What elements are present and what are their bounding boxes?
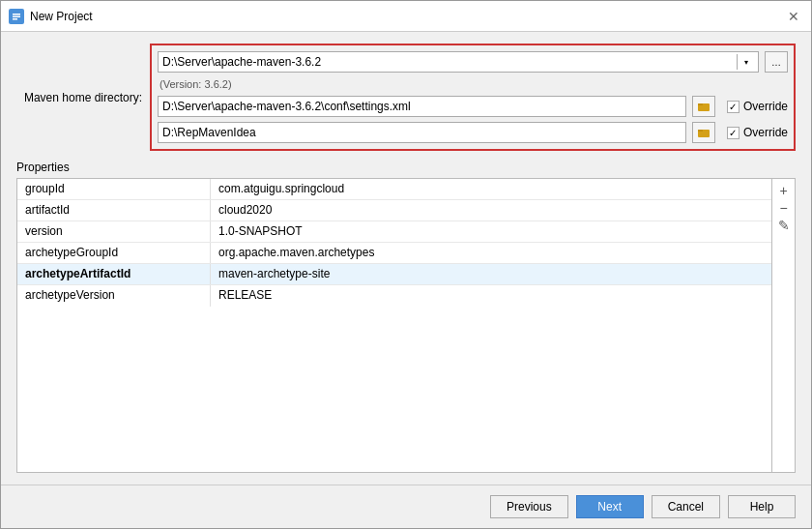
prop-key: groupId [17,179,211,199]
svg-rect-3 [13,18,17,20]
local-repo-row: Override [158,122,788,143]
settings-browse-button[interactable] [692,96,715,117]
prop-key: version [17,221,211,242]
next-button[interactable]: Next [576,495,644,518]
add-property-button[interactable]: + [776,183,792,198]
title-bar: New Project ✕ [1,1,811,32]
maven-home-row: Maven home directory: D:\Server\apache-m… [16,44,796,151]
new-project-dialog: New Project ✕ Maven home directory: D:\S… [0,0,812,529]
svg-rect-2 [13,15,20,17]
prop-value: cloud2020 [211,200,771,220]
svg-rect-5 [698,103,703,105]
repo-browse-button[interactable] [692,122,715,143]
close-button[interactable]: ✕ [784,7,803,26]
prop-key: archetypeGroupId [17,243,211,263]
svg-rect-7 [698,130,703,132]
prop-value: maven-archetype-site [211,264,771,284]
maven-label: Maven home directory: [16,91,142,104]
prop-value: com.atguigu.springcloud [211,179,771,199]
maven-browse-button[interactable]: … [765,51,788,73]
edit-property-button[interactable]: ✎ [776,218,792,233]
folder-icon [698,101,710,112]
table-row[interactable]: archetypeArtifactIdmaven-archetype-site [17,264,771,285]
svg-rect-1 [13,14,20,15]
maven-version-text: (Version: 3.6.2) [160,78,232,90]
properties-title: Properties [16,161,796,174]
repo-override-checkbox[interactable] [727,127,740,139]
repo-override-group: Override [727,126,788,139]
table-row[interactable]: groupIdcom.atguigu.springcloud [17,179,771,200]
dialog-footer: Previous Next Cancel Help [1,485,811,528]
table-row[interactable]: archetypeVersionRELEASE [17,285,771,307]
maven-highlighted-section: D:\Server\apache-maven-3.6.2 ▾ … (Versio… [150,44,796,151]
table-row[interactable]: version1.0-SNAPSHOT [17,221,771,243]
properties-table: groupIdcom.atguigu.springcloudartifactId… [17,179,771,472]
maven-dir-row: D:\Server\apache-maven-3.6.2 ▾ … [158,51,788,73]
dialog-content: Maven home directory: D:\Server\apache-m… [1,32,811,485]
table-row[interactable]: artifactIdcloud2020 [17,200,771,221]
maven-dir-combo[interactable]: D:\Server\apache-maven-3.6.2 ▾ [158,51,759,73]
local-repo-input[interactable] [158,122,686,143]
prop-key: artifactId [17,200,211,220]
maven-version: (Version: 3.6.2) [158,77,788,91]
dialog-icon [9,9,24,24]
combo-arrow-icon[interactable]: ▾ [737,54,754,70]
prop-key: archetypeVersion [17,285,211,307]
table-actions: + − ✎ [771,179,795,472]
prop-key: archetypeArtifactId [17,264,211,284]
settings-file-input[interactable] [158,96,686,117]
maven-dir-value: D:\Server\apache-maven-3.6.2 [162,55,737,69]
properties-section: Properties groupIdcom.atguigu.springclou… [16,161,796,473]
prop-value: RELEASE [211,285,771,307]
prop-value: org.apache.maven.archetypes [211,243,771,263]
repo-override-label: Override [743,126,788,139]
table-row[interactable]: archetypeGroupIdorg.apache.maven.archety… [17,243,771,264]
help-button[interactable]: Help [728,495,796,518]
title-bar-left: New Project [9,9,93,24]
folder-icon-2 [698,127,710,138]
properties-table-container: groupIdcom.atguigu.springcloudartifactId… [16,178,796,473]
table-outer: groupIdcom.atguigu.springcloudartifactId… [17,179,795,472]
dialog-title: New Project [30,10,93,23]
settings-override-checkbox[interactable] [727,101,740,113]
remove-property-button[interactable]: − [776,200,792,216]
settings-override-label: Override [743,100,788,113]
settings-override-group: Override [727,100,788,113]
previous-button[interactable]: Previous [490,495,568,518]
settings-file-row: Override [158,96,788,117]
prop-value: 1.0-SNAPSHOT [211,221,771,242]
cancel-button[interactable]: Cancel [652,495,720,518]
